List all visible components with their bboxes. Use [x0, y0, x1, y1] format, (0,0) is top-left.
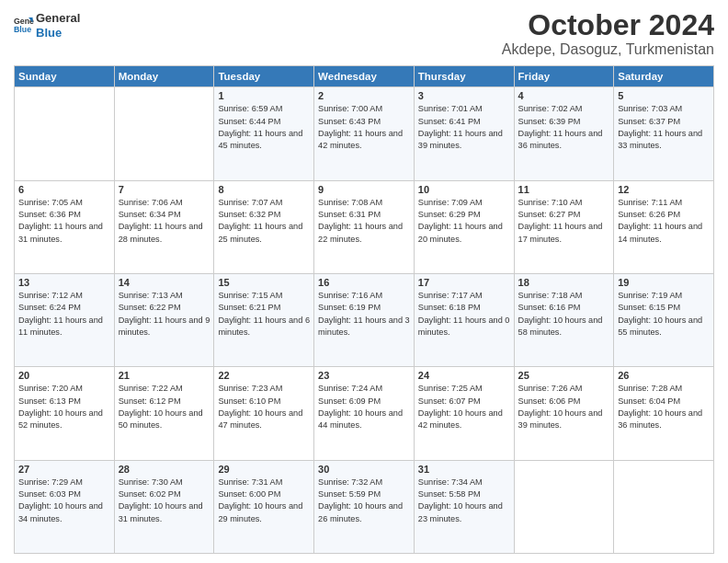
day-info: Sunrise: 7:23 AM Sunset: 6:10 PM Dayligh… [218, 383, 310, 431]
day-info: Sunrise: 7:22 AM Sunset: 6:12 PM Dayligh… [119, 383, 210, 431]
table-row: 3Sunrise: 7:01 AM Sunset: 6:41 PM Daylig… [414, 87, 514, 180]
table-row: 25Sunrise: 7:26 AM Sunset: 6:06 PM Dayli… [514, 367, 614, 460]
header-saturday: Saturday [614, 66, 714, 87]
page-title: October 2024 [502, 9, 714, 41]
day-number: 28 [119, 464, 210, 475]
day-info: Sunrise: 7:32 AM Sunset: 5:59 PM Dayligh… [318, 477, 410, 525]
page-subtitle: Akdepe, Dasoguz, Turkmenistan [502, 41, 714, 58]
table-row: 23Sunrise: 7:24 AM Sunset: 6:09 PM Dayli… [314, 367, 415, 460]
table-row: 29Sunrise: 7:31 AM Sunset: 6:00 PM Dayli… [214, 460, 314, 553]
day-number: 11 [518, 184, 610, 195]
table-row: 7Sunrise: 7:06 AM Sunset: 6:34 PM Daylig… [114, 180, 214, 273]
day-info: Sunrise: 7:03 AM Sunset: 6:37 PM Dayligh… [618, 103, 710, 152]
day-info: Sunrise: 7:13 AM Sunset: 6:22 PM Dayligh… [119, 290, 210, 339]
table-row: 1Sunrise: 6:59 AM Sunset: 6:44 PM Daylig… [214, 87, 314, 180]
day-number: 24 [418, 370, 510, 381]
day-number: 17 [418, 277, 510, 288]
table-row: 24Sunrise: 7:25 AM Sunset: 6:07 PM Dayli… [414, 367, 514, 460]
day-info: Sunrise: 7:17 AM Sunset: 6:18 PM Dayligh… [418, 290, 510, 339]
day-number: 27 [18, 464, 110, 475]
header-thursday: Thursday [414, 66, 514, 87]
day-info: Sunrise: 7:28 AM Sunset: 6:04 PM Dayligh… [618, 383, 710, 431]
day-number: 3 [418, 90, 510, 101]
day-number: 23 [318, 370, 410, 381]
header-tuesday: Tuesday [214, 66, 314, 87]
table-row: 27Sunrise: 7:29 AM Sunset: 6:03 PM Dayli… [15, 460, 115, 553]
title-block: October 2024 Akdepe, Dasoguz, Turkmenist… [502, 9, 714, 58]
day-number: 9 [318, 184, 410, 195]
table-row: 11Sunrise: 7:10 AM Sunset: 6:27 PM Dayli… [514, 180, 614, 273]
logo-line2: Blue [36, 26, 80, 40]
day-number: 19 [618, 277, 710, 288]
calendar-week-row: 6Sunrise: 7:05 AM Sunset: 6:36 PM Daylig… [15, 180, 714, 273]
header-sunday: Sunday [15, 66, 115, 87]
day-info: Sunrise: 7:34 AM Sunset: 5:58 PM Dayligh… [418, 477, 510, 525]
table-row [614, 460, 714, 553]
svg-text:Blue: Blue [14, 25, 31, 34]
day-info: Sunrise: 7:29 AM Sunset: 6:03 PM Dayligh… [18, 477, 110, 525]
day-number: 26 [618, 370, 710, 381]
day-number: 1 [218, 90, 310, 101]
day-number: 12 [618, 184, 710, 195]
day-number: 18 [518, 277, 610, 288]
day-number: 2 [318, 90, 410, 101]
header: General Blue General Blue October 2024 A… [14, 9, 714, 58]
table-row: 9Sunrise: 7:08 AM Sunset: 6:31 PM Daylig… [314, 180, 415, 273]
table-row: 17Sunrise: 7:17 AM Sunset: 6:18 PM Dayli… [414, 273, 514, 366]
table-row [114, 87, 214, 180]
table-row: 12Sunrise: 7:11 AM Sunset: 6:26 PM Dayli… [614, 180, 714, 273]
table-row: 18Sunrise: 7:18 AM Sunset: 6:16 PM Dayli… [514, 273, 614, 366]
day-info: Sunrise: 7:15 AM Sunset: 6:21 PM Dayligh… [218, 290, 310, 339]
day-number: 29 [218, 464, 310, 475]
day-number: 15 [218, 277, 310, 288]
calendar-week-row: 20Sunrise: 7:20 AM Sunset: 6:13 PM Dayli… [15, 367, 714, 460]
day-info: Sunrise: 7:26 AM Sunset: 6:06 PM Dayligh… [518, 383, 610, 431]
day-info: Sunrise: 7:11 AM Sunset: 6:26 PM Dayligh… [618, 197, 710, 246]
day-info: Sunrise: 6:59 AM Sunset: 6:44 PM Dayligh… [218, 103, 310, 152]
day-info: Sunrise: 7:10 AM Sunset: 6:27 PM Dayligh… [518, 197, 610, 246]
table-row: 4Sunrise: 7:02 AM Sunset: 6:39 PM Daylig… [514, 87, 614, 180]
header-monday: Monday [114, 66, 214, 87]
day-number: 30 [318, 464, 410, 475]
table-row: 19Sunrise: 7:19 AM Sunset: 6:15 PM Dayli… [614, 273, 714, 366]
day-number: 10 [418, 184, 510, 195]
table-row: 8Sunrise: 7:07 AM Sunset: 6:32 PM Daylig… [214, 180, 314, 273]
day-info: Sunrise: 7:19 AM Sunset: 6:15 PM Dayligh… [618, 290, 710, 339]
logo-line1: General [36, 11, 80, 26]
table-row: 20Sunrise: 7:20 AM Sunset: 6:13 PM Dayli… [15, 367, 115, 460]
table-row: 31Sunrise: 7:34 AM Sunset: 5:58 PM Dayli… [414, 460, 514, 553]
day-number: 14 [119, 277, 210, 288]
table-row: 16Sunrise: 7:16 AM Sunset: 6:19 PM Dayli… [314, 273, 415, 366]
day-number: 7 [119, 184, 210, 195]
calendar-table: Sunday Monday Tuesday Wednesday Thursday… [14, 65, 714, 554]
table-row [15, 87, 115, 180]
table-row: 2Sunrise: 7:00 AM Sunset: 6:43 PM Daylig… [314, 87, 415, 180]
calendar-week-row: 27Sunrise: 7:29 AM Sunset: 6:03 PM Dayli… [15, 460, 714, 553]
day-info: Sunrise: 7:09 AM Sunset: 6:29 PM Dayligh… [418, 197, 510, 246]
day-info: Sunrise: 7:07 AM Sunset: 6:32 PM Dayligh… [218, 197, 310, 246]
table-row: 13Sunrise: 7:12 AM Sunset: 6:24 PM Dayli… [15, 273, 115, 366]
table-row: 26Sunrise: 7:28 AM Sunset: 6:04 PM Dayli… [614, 367, 714, 460]
calendar-week-row: 1Sunrise: 6:59 AM Sunset: 6:44 PM Daylig… [15, 87, 714, 180]
day-info: Sunrise: 7:20 AM Sunset: 6:13 PM Dayligh… [18, 383, 110, 431]
table-row: 15Sunrise: 7:15 AM Sunset: 6:21 PM Dayli… [214, 273, 314, 366]
day-info: Sunrise: 7:08 AM Sunset: 6:31 PM Dayligh… [318, 197, 410, 246]
day-info: Sunrise: 7:16 AM Sunset: 6:19 PM Dayligh… [318, 290, 410, 339]
day-number: 5 [618, 90, 710, 101]
day-info: Sunrise: 7:01 AM Sunset: 6:41 PM Dayligh… [418, 103, 510, 152]
table-row: 6Sunrise: 7:05 AM Sunset: 6:36 PM Daylig… [15, 180, 115, 273]
day-info: Sunrise: 7:06 AM Sunset: 6:34 PM Dayligh… [119, 197, 210, 246]
day-number: 22 [218, 370, 310, 381]
table-row: 10Sunrise: 7:09 AM Sunset: 6:29 PM Dayli… [414, 180, 514, 273]
day-number: 20 [18, 370, 110, 381]
table-row: 14Sunrise: 7:13 AM Sunset: 6:22 PM Dayli… [114, 273, 214, 366]
table-row [514, 460, 614, 553]
page: General Blue General Blue October 2024 A… [0, 0, 728, 563]
day-info: Sunrise: 7:12 AM Sunset: 6:24 PM Dayligh… [18, 290, 110, 339]
table-row: 28Sunrise: 7:30 AM Sunset: 6:02 PM Dayli… [114, 460, 214, 553]
table-row: 22Sunrise: 7:23 AM Sunset: 6:10 PM Dayli… [214, 367, 314, 460]
day-number: 8 [218, 184, 310, 195]
logo-icon: General Blue [14, 15, 34, 35]
day-info: Sunrise: 7:05 AM Sunset: 6:36 PM Dayligh… [18, 197, 110, 246]
header-wednesday: Wednesday [314, 66, 415, 87]
